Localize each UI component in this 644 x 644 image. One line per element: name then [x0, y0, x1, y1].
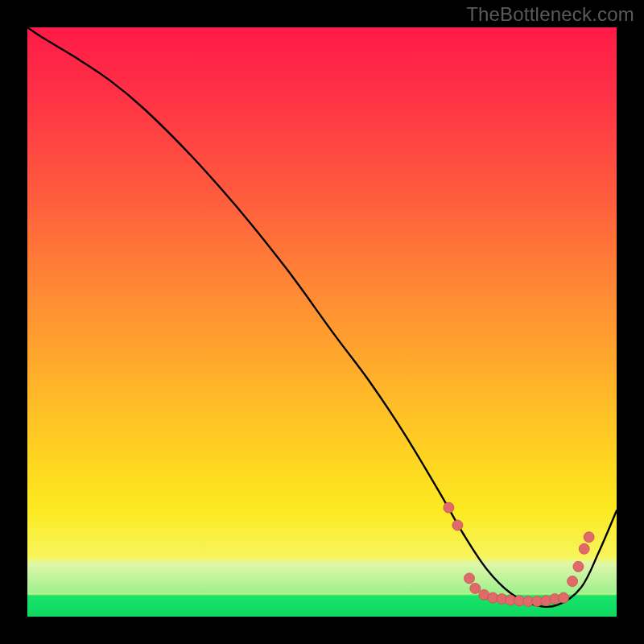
curve-marker [452, 520, 463, 530]
curve-marker [584, 532, 594, 543]
curve-svg [27, 27, 617, 617]
curve-marker [464, 573, 475, 584]
curve-marker [579, 543, 589, 554]
curve-marker [444, 502, 454, 513]
chart-frame: TheBottleneck.com [0, 0, 644, 644]
curve-marker [568, 576, 578, 587]
curve-marker [559, 592, 569, 603]
curve-marker [573, 561, 584, 572]
curve-markers [444, 502, 594, 606]
curve-marker [470, 583, 481, 593]
watermark-text: TheBottleneck.com [466, 3, 634, 26]
plot-area [27, 27, 617, 617]
bottleneck-curve [27, 27, 617, 607]
